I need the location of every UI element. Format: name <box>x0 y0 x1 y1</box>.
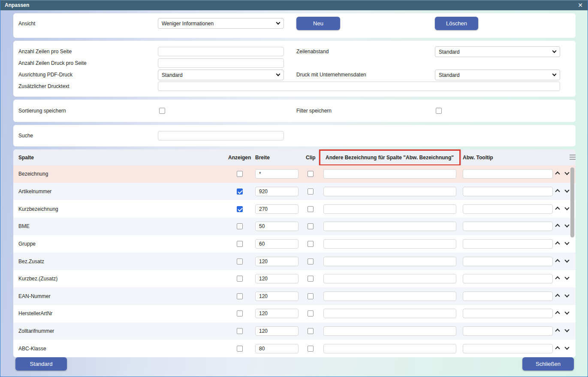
breite-input[interactable] <box>255 187 299 196</box>
drucktext-input[interactable] <box>158 82 560 91</box>
breite-input[interactable] <box>255 257 299 266</box>
abw-tooltip-input[interactable] <box>463 274 553 283</box>
move-up-button[interactable] <box>554 188 561 195</box>
clip-checkbox[interactable] <box>308 188 314 195</box>
clip-checkbox[interactable] <box>308 328 314 334</box>
andere-bezeichnung-input[interactable] <box>323 187 456 196</box>
andere-bezeichnung-input[interactable] <box>323 169 456 179</box>
move-up-button[interactable] <box>554 328 561 334</box>
breite-input[interactable] <box>255 344 299 353</box>
zeilenabstand-select[interactable]: Standard <box>435 46 560 57</box>
anzeigen-checkbox[interactable] <box>237 206 243 212</box>
breite-input[interactable] <box>255 222 299 231</box>
move-down-button[interactable] <box>564 275 570 282</box>
ansicht-select[interactable]: Weniger Informationen <box>158 18 284 29</box>
clip-checkbox[interactable] <box>308 171 314 177</box>
andere-bezeichnung-input[interactable] <box>323 222 456 231</box>
move-down-button[interactable] <box>564 310 570 317</box>
abw-tooltip-input[interactable] <box>463 257 553 266</box>
vertical-scrollbar[interactable] <box>570 167 574 237</box>
anzeigen-checkbox[interactable] <box>237 223 243 229</box>
anzahl-zeilen-druck-input[interactable] <box>158 58 284 68</box>
move-up-button[interactable] <box>554 223 561 230</box>
move-up-button[interactable] <box>554 310 561 317</box>
breite-input[interactable] <box>255 309 299 318</box>
move-up-button[interactable] <box>554 240 561 247</box>
sortierung-checkbox[interactable] <box>159 108 165 114</box>
abw-tooltip-input[interactable] <box>463 239 553 249</box>
clip-checkbox[interactable] <box>308 293 314 299</box>
abw-tooltip-input[interactable] <box>463 187 553 196</box>
breite-input[interactable] <box>255 239 299 249</box>
neu-button[interactable]: Neu <box>296 17 340 30</box>
anzeigen-checkbox[interactable] <box>237 310 243 316</box>
unternehmensdaten-select[interactable]: Standard <box>435 70 560 80</box>
move-down-button[interactable] <box>564 206 570 213</box>
move-down-button[interactable] <box>564 240 570 247</box>
clip-checkbox[interactable] <box>308 223 314 229</box>
filter-checkbox[interactable] <box>436 108 442 114</box>
clip-checkbox[interactable] <box>308 241 314 247</box>
clip-checkbox[interactable] <box>308 258 314 265</box>
menu-icon[interactable] <box>570 157 576 158</box>
abw-tooltip-input[interactable] <box>463 292 553 301</box>
andere-bezeichnung-input[interactable] <box>323 344 456 353</box>
breite-input[interactable] <box>255 274 299 283</box>
move-up-button[interactable] <box>554 293 561 300</box>
anzeigen-checkbox[interactable] <box>237 171 243 177</box>
abw-tooltip-input[interactable] <box>463 204 553 214</box>
save-toggles-panel: Sortierung speichern Filter speichern <box>13 100 576 122</box>
close-icon[interactable]: ✕ <box>578 0 583 11</box>
loeschen-button[interactable]: Löschen <box>435 17 478 30</box>
andere-bezeichnung-input[interactable] <box>323 292 456 301</box>
move-down-button[interactable] <box>564 223 570 230</box>
anzahl-zeilen-input[interactable] <box>158 47 284 56</box>
anzeigen-checkbox[interactable] <box>237 328 243 334</box>
move-down-button[interactable] <box>564 170 570 177</box>
abw-tooltip-input[interactable] <box>463 169 553 179</box>
anzeigen-checkbox[interactable] <box>237 188 243 195</box>
abw-tooltip-input[interactable] <box>463 344 553 353</box>
andere-bezeichnung-input[interactable] <box>323 274 456 283</box>
schliessen-button[interactable]: Schließen <box>522 357 574 371</box>
abw-tooltip-input[interactable] <box>463 309 553 318</box>
breite-input[interactable] <box>255 292 299 301</box>
abw-tooltip-input[interactable] <box>463 326 553 336</box>
move-up-button[interactable] <box>554 170 561 177</box>
andere-bezeichnung-input[interactable] <box>323 257 456 266</box>
andere-bezeichnung-input[interactable] <box>323 204 456 214</box>
abw-tooltip-input[interactable] <box>463 222 553 231</box>
clip-checkbox[interactable] <box>308 206 314 212</box>
anzeigen-checkbox[interactable] <box>237 346 243 352</box>
andere-bezeichnung-input[interactable] <box>323 326 456 336</box>
andere-bezeichnung-input[interactable] <box>323 309 456 318</box>
clip-checkbox[interactable] <box>308 346 314 352</box>
move-down-button[interactable] <box>564 345 570 352</box>
move-down-button[interactable] <box>564 328 570 334</box>
move-up-button[interactable] <box>554 206 561 213</box>
breite-input[interactable] <box>255 204 299 214</box>
chevron-up-icon <box>555 207 560 211</box>
move-up-button[interactable] <box>554 275 561 282</box>
anzeigen-checkbox[interactable] <box>237 258 243 265</box>
move-down-button[interactable] <box>564 258 570 265</box>
suche-input[interactable] <box>158 131 284 140</box>
clip-checkbox[interactable] <box>308 276 314 282</box>
move-up-button[interactable] <box>554 345 561 352</box>
header-andere-bezeichnung: Andere Bezeichnung für Spalte "Abw. Beze… <box>326 155 454 161</box>
andere-bezeichnung-input[interactable] <box>323 239 456 249</box>
anzahl-zeilen-druck-label: Anzahl Zeilen Druck pro Seite <box>18 60 87 66</box>
breite-input[interactable] <box>255 326 299 336</box>
ausrichtung-select[interactable]: Standard <box>158 70 284 80</box>
breite-input[interactable] <box>255 169 299 179</box>
anzeigen-checkbox[interactable] <box>237 241 243 247</box>
move-down-button[interactable] <box>564 293 570 300</box>
chevron-down-icon <box>564 170 569 175</box>
anzeigen-checkbox[interactable] <box>237 293 243 299</box>
clip-checkbox[interactable] <box>308 310 314 316</box>
move-up-button[interactable] <box>554 258 561 265</box>
move-down-button[interactable] <box>564 188 570 195</box>
table-row: EAN-Nummer <box>13 287 576 305</box>
anzeigen-checkbox[interactable] <box>237 276 243 282</box>
standard-button[interactable]: Standard <box>15 357 67 371</box>
